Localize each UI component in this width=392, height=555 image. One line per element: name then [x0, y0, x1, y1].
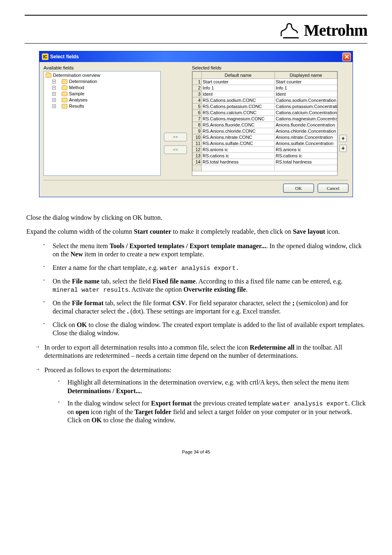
row-num: 2	[193, 85, 202, 91]
row-num: 8	[193, 122, 202, 128]
tree-item[interactable]: +Method	[46, 85, 159, 91]
expander-icon[interactable]: +	[52, 86, 56, 90]
para: Expand the column width of the column St…	[26, 228, 366, 236]
row-num: 11	[193, 140, 202, 147]
tree-item-label: Sample	[69, 91, 84, 97]
row-default: Start counter	[202, 79, 275, 85]
table-row	[193, 165, 337, 171]
table-row[interactable]: 9RS.Anions.chloride.CONCAnions.chloride.…	[193, 128, 337, 134]
tree-item[interactable]: +Determination	[46, 78, 159, 85]
folder-icon	[62, 85, 67, 90]
table-row[interactable]: 11RS.Anions.sulfate.CONCAnions.sulfate.C…	[193, 140, 337, 147]
cancel-button[interactable]: Cancel	[318, 184, 348, 193]
table-row[interactable]: 7RS.Cations.magnesium.CONCCations.magnes…	[193, 116, 337, 122]
row-default: RS.Cations.calcium.CONC	[202, 110, 275, 116]
col-displayed[interactable]: Displayed name	[275, 72, 337, 79]
table-row[interactable]: 13RS.cations icRS.cations ic	[193, 153, 337, 159]
row-displayed: Cations.potassium.Concentration	[275, 104, 337, 110]
row-default: RS.cations ic	[202, 153, 275, 159]
folder-icon	[62, 79, 67, 84]
folder-icon	[62, 98, 67, 102]
tree-item[interactable]: +Results	[46, 103, 159, 109]
move-up-button[interactable]	[339, 135, 347, 142]
arrow-step: In order to export all determination res…	[35, 343, 366, 360]
row-displayed: Anions.fluoride.Concentration	[275, 122, 337, 128]
table-row[interactable]: 1Start counterStart counter	[193, 79, 337, 85]
col-default[interactable]: Default name	[202, 72, 275, 79]
move-left-button[interactable]: <<	[164, 145, 187, 154]
row-displayed: Anions.chloride.Concentration	[275, 128, 337, 134]
move-right-button[interactable]: >>	[164, 133, 187, 141]
table-row[interactable]: 8RS.Anions.fluoride.CONCAnions.fluoride.…	[193, 122, 337, 128]
ok-button[interactable]: OK	[283, 184, 314, 193]
tree-root-label: Determination overview	[53, 72, 100, 78]
sub-rule	[25, 43, 367, 44]
arrow-step: Proceed as follows to export the determi…	[35, 366, 366, 374]
row-default: RS.Cations.sodium.CONC	[202, 97, 275, 104]
row-displayed: RS.anions ic	[275, 147, 337, 153]
bullet-l1: Enter a name for the chart template, e.g…	[44, 264, 366, 272]
col-num[interactable]	[193, 72, 202, 79]
row-displayed: Cations.calcium.Concentration	[275, 110, 337, 116]
row-num: 13	[193, 153, 202, 159]
row-default: RS.anions ic	[202, 147, 275, 153]
page-footer: Page 34 of 45	[25, 449, 367, 454]
expander-icon[interactable]: +	[52, 98, 56, 102]
row-displayed: Cations.sodium.Concentration	[275, 97, 337, 104]
row-displayed: Ident	[275, 91, 337, 97]
app-icon: IC	[42, 53, 48, 60]
row-num: 7	[193, 116, 202, 122]
table-row[interactable]: 12RS.anions icRS.anions ic	[193, 147, 337, 153]
row-displayed: Anions.sulfate.Concentration	[275, 140, 337, 147]
selected-fields-table[interactable]: Default name Displayed name 1Start count…	[192, 71, 337, 171]
dialog-footer: OK Cancel	[44, 180, 348, 193]
select-fields-dialog: IC Select fields Available fields Determ…	[39, 51, 353, 197]
table-row[interactable]: 3IdentIdent	[193, 91, 337, 97]
table-row[interactable]: 10RS.Anions.nitrate.CONCAnions.nitrate.C…	[193, 134, 337, 140]
row-default: RS.Anions.fluoride.CONC	[202, 122, 275, 128]
move-down-button[interactable]	[339, 145, 347, 152]
row-displayed: RS.cations ic	[275, 153, 337, 159]
expander-icon[interactable]: +	[52, 92, 56, 96]
row-displayed: RS.total hardness	[275, 159, 337, 165]
dialog-titlebar: IC Select fields	[39, 51, 353, 62]
folder-icon	[62, 92, 67, 96]
brand-block: Metrohm	[25, 19, 367, 41]
table-row[interactable]: 5RS.Cations.potassium.CONCCations.potass…	[193, 104, 337, 110]
table-row[interactable]: 6RS.Cations.calcium.CONCCations.calcium.…	[193, 110, 337, 116]
folder-icon	[62, 104, 67, 108]
top-rule	[25, 15, 367, 16]
folder-open-icon	[46, 73, 51, 78]
bullet-l1: On the File name tab, select the field F…	[44, 277, 366, 294]
table-row[interactable]: 4RS.Cations.sodium.CONCCations.sodium.Co…	[193, 97, 337, 104]
table-row[interactable]: 14RS.total hardnessRS.total hardness	[193, 159, 337, 165]
tree-root[interactable]: Determination overview	[46, 72, 159, 78]
expander-icon[interactable]: +	[52, 80, 56, 83]
dialog-title: Select fields	[50, 54, 342, 60]
row-num: 3	[193, 91, 202, 97]
tree-item[interactable]: +Analyses	[46, 97, 159, 103]
tree-item-label: Method	[69, 85, 84, 91]
tree-item-label: Analyses	[69, 97, 88, 103]
row-num: 6	[193, 110, 202, 116]
selected-fields-table-box: Default name Displayed name 1Start count…	[192, 71, 338, 176]
table-row[interactable]: 2Info 1Info 1	[193, 85, 337, 91]
row-default: RS.Anions.chloride.CONC	[202, 128, 275, 134]
close-button[interactable]	[342, 53, 351, 61]
tree-item-label: Results	[69, 103, 84, 109]
document-body: Close the dialog window by clicking on O…	[25, 214, 367, 425]
brand-text: Metrohm	[304, 21, 367, 39]
row-num: 5	[193, 104, 202, 110]
row-num: 9	[193, 128, 202, 134]
row-displayed: Start counter	[275, 79, 337, 85]
expander-icon[interactable]: +	[52, 104, 56, 108]
para: Close the dialog window by clicking on O…	[26, 214, 366, 222]
bullet-l1: Click on OK to close the dialog window. …	[44, 321, 366, 338]
bullet-l1: On the File format tab, select the file …	[44, 299, 366, 316]
row-default: Info 1	[202, 85, 275, 91]
available-fields-label: Available fields	[44, 65, 161, 70]
tree-item[interactable]: +Sample	[46, 91, 159, 97]
row-default: RS.Cations.magnesium.CONC	[202, 116, 275, 122]
row-num: 1	[193, 79, 202, 85]
available-fields-tree[interactable]: Determination overview +Determination+Me…	[44, 71, 161, 176]
